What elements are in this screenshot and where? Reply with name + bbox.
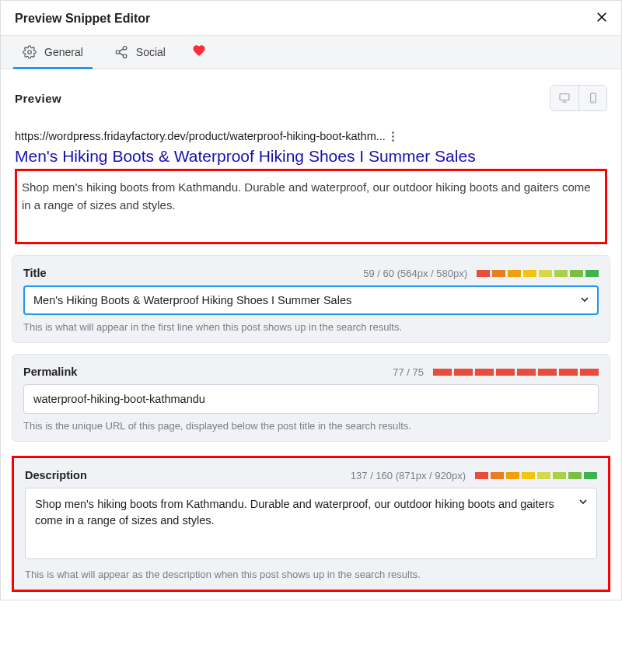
title-help: This is what will appear in the first li… — [23, 321, 599, 333]
search-snippet-preview: https://wordpress.fridayfactory.dev/prod… — [12, 130, 610, 244]
description-textarea[interactable] — [25, 488, 597, 559]
url-row: https://wordpress.fridayfactory.dev/prod… — [15, 130, 607, 142]
preview-bar: Preview — [12, 85, 610, 111]
tab-general[interactable]: General — [7, 36, 99, 68]
dialog-title: Preview Snippet Editor — [15, 12, 150, 26]
preview-heading: Preview — [15, 92, 61, 105]
chevron-down-icon[interactable] — [577, 495, 589, 508]
svg-point-5 — [123, 54, 127, 58]
meta-right: 59 / 60 (564px / 580px) — [363, 268, 599, 279]
chevron-down-icon[interactable] — [578, 293, 591, 306]
device-toggle — [550, 85, 607, 111]
description-input-wrap — [25, 488, 597, 562]
snippet-title-link[interactable]: Men's Hiking Boots & Waterproof Hiking S… — [15, 145, 607, 167]
tab-label: General — [44, 46, 83, 58]
description-count: 137 / 160 (871px / 920px) — [351, 470, 466, 481]
description-label: Description — [25, 469, 87, 481]
svg-point-3 — [123, 47, 127, 51]
heart-icon — [192, 44, 206, 58]
title-score-bar — [477, 270, 599, 277]
svg-line-6 — [119, 49, 123, 51]
svg-rect-8 — [560, 94, 569, 100]
title-count: 59 / 60 (564px / 580px) — [363, 268, 467, 279]
description-help: This is what will appear as the descript… — [25, 569, 597, 580]
description-field-card: Description 137 / 160 (871px / 920px) Th… — [12, 456, 610, 592]
svg-point-2 — [28, 51, 32, 54]
desktop-view-button[interactable] — [550, 86, 578, 110]
snippet-editor-dialog: Preview Snippet Editor General Social Pr… — [0, 0, 622, 600]
snippet-url: https://wordpress.fridayfactory.dev/prod… — [15, 130, 386, 142]
dialog-header: Preview Snippet Editor — [1, 1, 621, 35]
kebab-icon[interactable] — [392, 131, 394, 142]
title-input[interactable] — [23, 285, 599, 315]
permalink-help: This is the unique URL of this page, dis… — [23, 420, 599, 432]
tab-social[interactable]: Social — [99, 36, 181, 68]
share-icon — [114, 45, 128, 59]
title-label: Title — [23, 267, 47, 279]
dialog-body: Preview https://wordpress.fridayfactory.… — [1, 69, 621, 600]
permalink-count: 77 / 75 — [393, 366, 424, 378]
meta-right: 77 / 75 — [393, 366, 599, 378]
tab-label: Social — [136, 46, 166, 58]
snippet-description-highlight: Shop men's hiking boots from Kathmandu. … — [15, 169, 607, 244]
close-button[interactable] — [595, 10, 609, 27]
favorite-button[interactable] — [192, 44, 206, 61]
permalink-input-wrap — [23, 384, 599, 414]
title-input-wrap — [23, 285, 599, 315]
title-field-card: Title 59 / 60 (564px / 580px) This is wh… — [12, 255, 610, 343]
permalink-label: Permalink — [23, 366, 77, 378]
description-score-bar — [475, 472, 597, 479]
permalink-score-bar — [433, 369, 599, 376]
tabs: General Social — [1, 35, 621, 69]
permalink-field-card: Permalink 77 / 75 This is the unique URL… — [12, 354, 610, 442]
gear-icon — [23, 45, 37, 59]
field-head: Permalink 77 / 75 — [23, 366, 599, 378]
field-head: Description 137 / 160 (871px / 920px) — [25, 469, 597, 481]
desktop-icon — [558, 92, 571, 104]
snippet-description: Shop men's hiking boots from Kathmandu. … — [22, 179, 600, 214]
permalink-input[interactable] — [23, 384, 599, 414]
meta-right: 137 / 160 (871px / 920px) — [351, 470, 597, 481]
svg-point-4 — [116, 51, 120, 54]
field-head: Title 59 / 60 (564px / 580px) — [23, 267, 599, 279]
svg-line-7 — [119, 53, 123, 55]
mobile-icon — [587, 92, 599, 104]
mobile-view-button[interactable] — [578, 86, 606, 110]
close-icon — [595, 10, 609, 24]
